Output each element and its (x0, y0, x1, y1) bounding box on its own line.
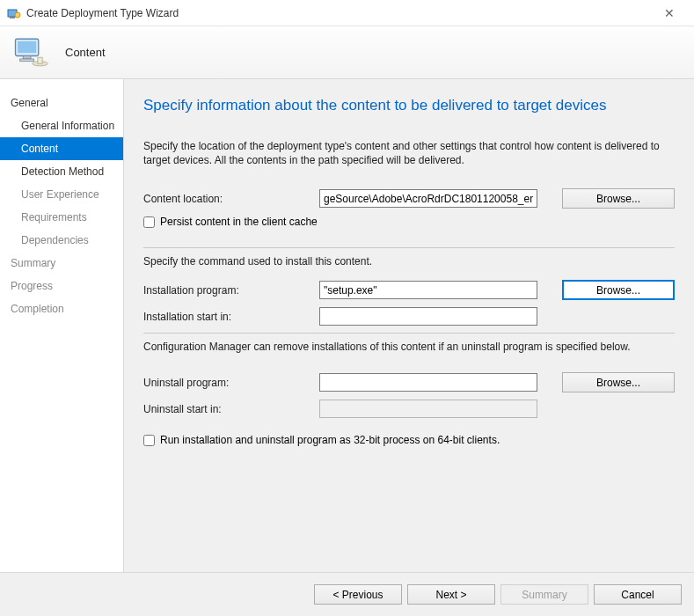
sidebar-item-dependencies[interactable]: Dependencies (0, 229, 123, 252)
sidebar-item-detection-method[interactable]: Detection Method (0, 160, 123, 183)
cancel-button[interactable]: Cancel (594, 584, 682, 605)
divider (143, 247, 675, 248)
app-icon (7, 6, 21, 20)
uninstall-program-input[interactable] (319, 373, 537, 392)
uninstall-program-label: Uninstall program: (143, 377, 319, 389)
content-location-label: Content location: (143, 193, 319, 205)
divider (143, 333, 675, 334)
uninstall-section-text: Configuration Manager can remove install… (143, 341, 675, 353)
uninstall-start-input (319, 400, 537, 418)
content-location-input[interactable] (319, 189, 537, 208)
svg-rect-4 (18, 40, 36, 52)
previous-button[interactable]: < Previous (314, 584, 402, 605)
header-computer-icon (12, 34, 49, 71)
browse-uninstall-program-button[interactable]: Browse... (562, 372, 675, 392)
svg-point-2 (15, 12, 20, 18)
sidebar-item-general[interactable]: General (0, 92, 123, 114)
run-32bit-label: Run installation and uninstall program a… (160, 434, 500, 446)
svg-rect-8 (38, 57, 42, 63)
svg-rect-1 (10, 17, 15, 18)
svg-rect-6 (20, 59, 34, 62)
run-32bit-checkbox[interactable] (143, 435, 155, 446)
header: Content (0, 26, 694, 79)
uninstall-start-label: Uninstall start in: (143, 403, 319, 415)
sidebar-item-requirements[interactable]: Requirements (0, 206, 123, 229)
svg-rect-5 (23, 55, 31, 59)
titlebar: Create Deployment Type Wizard ✕ (0, 0, 694, 26)
install-start-input[interactable] (319, 307, 537, 326)
persist-content-label: Persist content in the client cache (160, 216, 318, 228)
summary-button: Summary (500, 584, 588, 605)
intro-text: Specify the location of the deployment t… (143, 139, 675, 167)
page-title: Specify information about the content to… (143, 97, 675, 114)
sidebar-item-content[interactable]: Content (0, 137, 123, 160)
install-program-label: Installation program: (143, 284, 319, 297)
header-title: Content (65, 46, 106, 59)
browse-install-program-button[interactable]: Browse... (562, 280, 675, 300)
install-start-label: Installation start in: (143, 311, 319, 323)
next-button[interactable]: Next > (407, 584, 495, 605)
install-program-input[interactable] (319, 281, 537, 299)
sidebar: General General Information Content Dete… (0, 79, 124, 572)
sidebar-item-general-information[interactable]: General Information (0, 114, 123, 137)
window-title: Create Deployment Type Wizard (26, 7, 652, 19)
sidebar-item-completion[interactable]: Completion (0, 297, 123, 320)
sidebar-item-user-experience[interactable]: User Experience (0, 183, 123, 206)
content-pane: Specify information about the content to… (124, 79, 694, 572)
sidebar-item-summary[interactable]: Summary (0, 252, 123, 275)
footer: < Previous Next > Summary Cancel (0, 572, 694, 616)
browse-content-location-button[interactable]: Browse... (562, 188, 675, 209)
install-section-text: Specify the command used to install this… (143, 255, 675, 268)
persist-content-checkbox[interactable] (143, 216, 155, 228)
sidebar-item-progress[interactable]: Progress (0, 275, 123, 297)
close-icon[interactable]: ✕ (652, 6, 687, 20)
